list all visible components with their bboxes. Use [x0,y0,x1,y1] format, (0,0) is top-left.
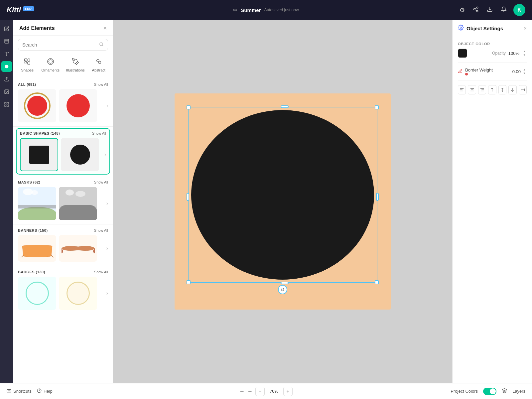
color-row: Opacity 100% ▲ ▼ [458,49,527,58]
shapes-tool-button[interactable] [1,61,12,72]
basic-item-2[interactable] [61,138,99,171]
undo-button[interactable]: ← [239,388,245,394]
align-left-button[interactable] [458,85,466,94]
border-value[interactable]: 0.00 [510,69,521,74]
all-item-2[interactable] [59,89,97,122]
grid-tool-button[interactable] [1,99,12,110]
redo-button[interactable]: → [247,388,253,394]
category-abstract[interactable]: Abstract [88,56,109,74]
app-logo: Kittl BETA [7,6,34,14]
shortcuts-button[interactable]: Shortcuts [7,388,32,394]
align-right-button[interactable] [478,85,486,94]
user-avatar[interactable]: K [513,4,525,16]
zoom-in-button[interactable]: + [283,387,293,396]
os-title-row: Object Settings [458,25,503,32]
border-pencil-icon [458,69,463,74]
svg-point-12 [5,65,9,68]
search-input[interactable] [22,42,96,48]
banners-item-1[interactable] [18,235,56,262]
opacity-stepper: ▲ ▼ [522,50,527,57]
badges-item-1[interactable] [18,277,56,310]
panel-close-button[interactable]: × [103,25,107,31]
basic-items-row: › [20,138,106,171]
handle-top-left[interactable] [187,105,191,109]
project-colors-toggle[interactable] [483,388,496,395]
ornaments-cat-icon [47,58,54,67]
project-name[interactable]: Summer [241,7,261,13]
download-icon-button[interactable] [485,5,494,15]
badges-items-row: › [18,277,108,310]
masks-item-2[interactable] [59,187,97,220]
show-all-masks[interactable]: Show All [94,180,108,184]
section-title-all: ALL (691) [18,82,36,86]
align-top-button[interactable] [488,85,496,94]
handle-bottom-right[interactable] [375,280,379,284]
handle-bottom-middle[interactable] [281,282,289,284]
photo-tool-button[interactable] [1,86,12,97]
svg-rect-18 [7,105,9,106]
color-swatch[interactable] [458,49,467,58]
badges-row-arrow[interactable]: › [106,290,108,296]
opacity-value[interactable]: 100% [508,51,519,56]
handle-middle-right[interactable] [376,193,379,201]
handle-middle-left[interactable] [187,193,189,201]
badges-item-2[interactable] [59,277,97,310]
circle-element[interactable] [191,110,374,280]
category-shapes[interactable]: Shapes [17,56,38,74]
section-title-banners: BANNERS (150) [18,228,48,232]
panel-header: Add Elements × [13,20,113,36]
category-ornaments[interactable]: Ornaments [38,56,63,74]
table-tool-button[interactable] [1,36,12,47]
bell-icon-button[interactable] [499,5,508,15]
all-item-1[interactable] [18,89,56,122]
masks-row-arrow[interactable]: › [106,200,108,206]
show-all-basic[interactable]: Show All [92,131,106,135]
zoom-value[interactable]: 70% [267,389,281,394]
border-up-button[interactable]: ▲ [522,68,527,71]
help-button[interactable]: Help [37,388,53,394]
all-row-arrow[interactable]: › [106,103,108,109]
handle-top-middle[interactable] [281,105,289,108]
search-bar[interactable] [18,39,108,51]
layers-label[interactable]: Layers [512,389,525,394]
share-icon-button[interactable] [471,5,480,15]
canvas-area[interactable]: ↺ [113,20,452,383]
distribute-button[interactable] [519,85,527,94]
basic-item-1[interactable] [20,138,58,171]
opacity-down-button[interactable]: ▼ [522,54,527,57]
layers-icon [502,388,507,395]
all-items-row: › [18,89,108,122]
os-close-button[interactable]: × [524,26,527,32]
basic-row-arrow[interactable]: › [104,152,106,158]
show-all-all[interactable]: Show All [94,82,108,86]
border-value-row: 0.00 ▲ ▼ [510,68,527,75]
text-tool-button[interactable] [1,23,12,34]
align-middle-v-button[interactable] [498,85,506,94]
masks-item-1[interactable] [18,187,56,220]
shortcuts-icon [7,388,11,394]
bottom-right: Project Colors Layers [451,388,525,395]
category-tabs: Shapes Ornaments Illustrations Abstract [13,54,113,77]
svg-point-28 [460,27,462,29]
topbar-right: ⚙ K [458,4,525,16]
banners-item-2[interactable] [59,235,97,262]
border-down-button[interactable]: ▼ [522,72,527,75]
category-illustrations[interactable]: Illustrations [63,56,88,74]
settings-icon-button[interactable]: ⚙ [458,5,466,15]
handle-bottom-left[interactable] [187,280,191,284]
opacity-up-button[interactable]: ▲ [522,50,527,53]
show-all-banners[interactable]: Show All [94,228,108,232]
bottom-left: Shortcuts Help [7,388,53,394]
zoom-out-button[interactable]: − [255,387,265,396]
svg-point-27 [98,61,101,64]
illustrations-cat-icon [72,58,79,67]
align-center-h-button[interactable] [468,85,476,94]
rotate-handle[interactable]: ↺ [278,285,287,294]
banners-row-arrow[interactable]: › [106,245,108,251]
upload-tool-button[interactable] [1,74,12,84]
align-bottom-button[interactable] [508,85,516,94]
type-tool-button[interactable] [1,49,12,59]
handle-top-right[interactable] [375,105,379,109]
os-body: OBJECT COLOR Opacity 100% ▲ ▼ [453,37,532,99]
show-all-badges[interactable]: Show All [94,270,108,274]
